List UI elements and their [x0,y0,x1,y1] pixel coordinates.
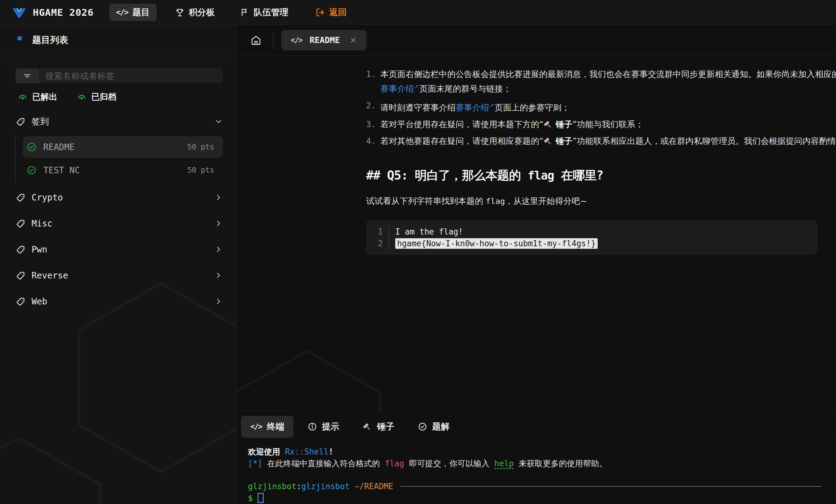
tag-icon [16,219,25,228]
chevron-right-icon [214,297,223,306]
tag-icon [16,297,25,306]
challenge-name: TEST NC [43,165,80,175]
vidar-logo-icon [12,7,26,18]
nav-tab-label: 积分板 [189,6,215,18]
filter-icon [16,69,39,83]
nav-tab-scoreboard[interactable]: 积分板 [168,4,222,21]
home-icon [251,35,261,45]
logout-icon [316,8,325,17]
list-item: 2. 请时刻遵守赛事介绍赛事介绍↗页面上的参赛守则； [366,99,817,114]
category-reverse[interactable]: Reverse [16,263,223,288]
nav-tab-team[interactable]: 队伍管理 [233,4,295,21]
category-label: Reverse [32,270,68,280]
tab-hints[interactable]: 提示 [298,416,348,438]
search-box [16,69,223,83]
filter-solved[interactable]: 已解出 [18,91,57,102]
eye-icon [77,92,87,101]
readme-content: 1. 本页面右侧边栏中的公告板会提供比赛进展的最新消息，我们也会在赛事交流群中同… [236,56,836,411]
category-label: Misc [32,218,52,229]
flag-icon [240,8,249,17]
tab-title: README [309,35,340,45]
brand-title: HGAME 2026 [33,7,94,18]
eye-icon [18,92,27,101]
tab-writeup[interactable]: 题解 [408,416,459,438]
info-icon [308,422,317,431]
list-text: 请时刻遵守赛事介绍赛事介绍↗页面上的参赛守则； [380,99,817,114]
challenge-name: README [43,142,75,152]
challenge-points: 50 pts [187,166,214,174]
code-text: I am the flag! [389,226,463,238]
filter-label: 已解出 [32,91,57,102]
trophy-icon [175,8,185,17]
back-label: 返回 [329,6,347,18]
filters: 已解出 已归档 [16,91,223,102]
top-navbar: HGAME 2026 </> 题目 积分板 队伍管理 [0,0,836,25]
tabbar-divider [273,32,273,49]
code-icon: </> [116,8,128,17]
code-line: 2 hgame{Now-I-kn0w-how-to-subm1t-my-fl4g… [375,238,809,249]
check-circle-icon [26,142,37,152]
chevron-right-icon [214,193,223,202]
terminal-command-line[interactable]: $ [248,492,822,504]
list-text: 若对平台使用存在疑问，请使用本题下方的“ 锤子”功能与我们联系； [380,118,817,131]
nav-tab-challenges[interactable]: </> 题目 [109,4,157,21]
challenge-readme[interactable]: README 50 pts [23,136,223,158]
list-marker: 2. [366,99,380,114]
list-text: 本页面右侧边栏中的公告板会提供比赛进展的最新消息，我们也会在赛事交流群中同步更新… [380,68,836,95]
hexagon-pattern [0,436,102,504]
tag-icon [16,193,25,202]
category-label: 签到 [32,116,49,128]
category-misc[interactable]: Misc [16,210,223,236]
list-item: 4. 若对其他赛题存在疑问，请使用相应赛题的“ 锤子”功能联系相应出题人，或在群… [366,135,817,147]
nav-tab-label: 题目 [132,6,150,18]
panel-tab-label: 提示 [322,421,339,432]
chevron-right-icon [214,219,223,228]
home-button[interactable] [247,32,265,49]
panel-tab-label: 终端 [267,421,284,432]
paragraph: 试试看从下列字符串找到本题的 flag，从这里开始得分吧~ [366,196,817,207]
close-icon[interactable] [349,36,357,44]
panel-tabs: </> 终端 提示 [236,411,836,438]
code-icon: </> [250,422,262,431]
list-text: 若对其他赛题存在疑问，请使用相应赛题的“ 锤子”功能联系相应出题人，或在群内私聊… [380,135,836,147]
list-marker: 4. [366,135,380,147]
tab-readme[interactable]: </> README [281,30,366,51]
terminal-welcome-line: 欢迎使用 Rx::Shell! [248,446,822,458]
list-marker: 3. [366,118,380,131]
list-marker: 1. [366,68,380,95]
main-panel: </> README 1. 本页面右侧边栏中的公告板会提供比赛进展的最新消息，我… [236,25,836,504]
chevron-right-icon [214,245,223,254]
bottom-panel: </> 终端 提示 [236,411,836,504]
hammer-icon [363,422,372,431]
challenge-test-nc[interactable]: TEST NC 50 pts [23,159,223,181]
category-pwn[interactable]: Pwn [16,236,223,263]
tag-icon [16,117,25,126]
line-number: 1 [375,226,389,238]
back-button[interactable]: 返回 [316,6,347,18]
panel-tab-label: 题解 [432,421,450,432]
search-input[interactable] [39,69,223,83]
code-icon: </> [291,36,302,44]
terminal[interactable]: 欢迎使用 Rx::Shell! [*] 在此终端中直接输入符合格式的 flag … [236,438,836,504]
sidebar-title: 题目列表 [32,34,68,46]
panel-tab-label: 锤子 [377,421,394,432]
tab-terminal[interactable]: </> 终端 [241,416,293,438]
tag-icon [16,245,25,254]
challenge-points: 50 pts [187,143,214,151]
chevron-right-icon [214,271,223,280]
tab-hammer[interactable]: 锤子 [354,416,404,438]
code-block: 1 I am the flag! 2 hgame{Now-I-kn0w-how-… [366,220,817,255]
category-checkin-children: README 50 pts TEST NC 50 pts [16,133,223,185]
blue-flag-icon [16,35,25,45]
nav-tab-label: 队伍管理 [254,6,288,18]
category-web[interactable]: Web [16,288,223,314]
sidebar-header: 题目列表 [0,25,236,56]
list-item: 3. 若对平台使用存在疑问，请使用本题下方的“ 锤子”功能与我们联系； [366,118,817,131]
category-checkin[interactable]: 签到 [16,110,223,133]
category-crypto[interactable]: Crypto [16,185,223,210]
code-line: 1 I am the flag! [375,226,809,238]
category-label: Pwn [32,245,48,255]
filter-archived[interactable]: 已归档 [77,91,116,102]
chevron-down-icon [214,117,223,126]
challenge-sidebar: 题目列表 已解出 [0,25,236,504]
